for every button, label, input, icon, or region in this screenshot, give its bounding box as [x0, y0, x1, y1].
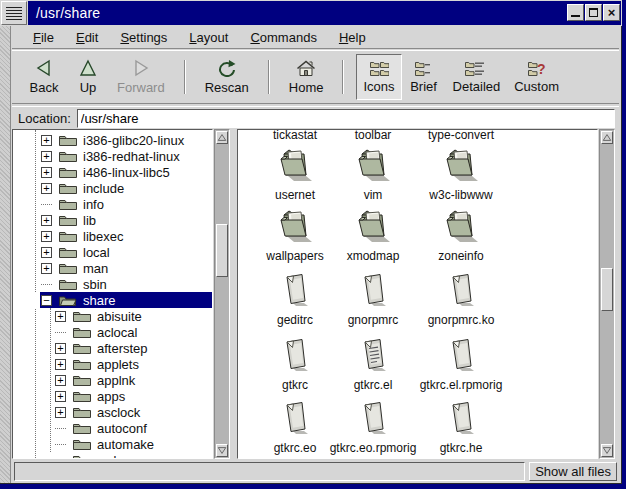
file-panel-scrollbar[interactable] [599, 129, 615, 459]
tree-item-selected[interactable]: share [13, 292, 212, 308]
document-icon [445, 400, 477, 436]
window-left-border[interactable] [0, 26, 11, 483]
scroll-up-icon[interactable] [601, 131, 613, 144]
file-icon-panel[interactable]: tickastat toolbar type-convert usernet v… [237, 129, 598, 459]
tree-branch-line [41, 284, 52, 285]
tree-item[interactable]: i486-linux-libc5 [13, 164, 212, 180]
tree-item-label: local [83, 245, 110, 260]
file-label: tickastat [273, 129, 317, 142]
folder-icon [72, 421, 92, 435]
tree-item-label: man [83, 261, 108, 276]
tree-item-label: include [83, 181, 124, 196]
document-icon [357, 400, 389, 436]
tree-item[interactable]: afterstep [13, 340, 212, 356]
location-input[interactable] [77, 109, 615, 128]
folder-icon [441, 147, 481, 183]
detailed-view-button[interactable]: Detailed [446, 54, 508, 100]
tree-branch-line [55, 444, 66, 445]
rescan-label: Rescan [205, 80, 249, 95]
file-item[interactable]: gnorpmrc.ko [406, 272, 516, 328]
menu-commands[interactable]: Commands [241, 27, 325, 48]
tree-scrollbar-thumb[interactable] [216, 224, 228, 277]
maximize-button[interactable] [585, 4, 602, 21]
file-item[interactable]: type-convert [406, 129, 516, 143]
tree-item[interactable]: lib [13, 212, 212, 228]
brief-view-button[interactable]: Brief [402, 54, 446, 100]
tree-item[interactable]: awk [13, 452, 212, 459]
up-button[interactable]: Up [66, 54, 110, 100]
tree-item-label: asclock [97, 405, 140, 420]
rescan-button[interactable]: Rescan [198, 54, 256, 100]
window-menu-button[interactable] [1, 1, 27, 25]
menu-file[interactable]: File [24, 27, 63, 48]
tree-item[interactable]: i386-glibc20-linux [13, 132, 212, 148]
icons-view-button[interactable]: Icons [356, 54, 401, 100]
scroll-up-icon[interactable] [216, 131, 228, 144]
forward-button[interactable]: Forward [110, 54, 172, 100]
scroll-down-icon[interactable] [216, 444, 228, 457]
custom-view-button[interactable]: ? Custom [507, 54, 566, 100]
tree-item[interactable]: abisuite [13, 308, 212, 324]
titlebar-background: /usr/share [28, 1, 621, 25]
file-item[interactable]: zoneinfo [406, 208, 516, 264]
directory-tree-panel[interactable]: i386-glibc20-linux i386-redhat-linux i48… [12, 129, 213, 459]
tree-item-label: share [83, 293, 116, 308]
expander-icon[interactable] [55, 407, 66, 418]
file-item[interactable]: w3c-libwww [406, 147, 516, 203]
back-button[interactable]: Back [22, 54, 66, 100]
document-icon [279, 337, 311, 373]
folder-icon [58, 197, 78, 211]
tree-item[interactable]: aclocal [13, 324, 212, 340]
maximize-icon [589, 8, 598, 17]
home-button[interactable]: Home [282, 54, 331, 100]
expander-icon[interactable] [55, 391, 66, 402]
menu-layout[interactable]: Layout [180, 27, 237, 48]
file-item[interactable]: gtkrc.el.rpmorig [406, 337, 516, 393]
close-button[interactable]: × [603, 4, 620, 21]
menu-settings[interactable]: Settings [111, 27, 176, 48]
menu-edit[interactable]: Edit [67, 27, 107, 48]
file-label: usernet [275, 188, 315, 202]
folder-icon [72, 309, 92, 323]
expander-icon[interactable] [55, 359, 66, 370]
tree-item[interactable]: man [13, 260, 212, 276]
minimize-button[interactable] [567, 4, 584, 21]
tree-item[interactable]: info [13, 196, 212, 212]
tree-item[interactable]: local [13, 244, 212, 260]
tree-item[interactable]: libexec [13, 228, 212, 244]
expander-icon[interactable] [41, 247, 52, 258]
expander-icon[interactable] [41, 167, 52, 178]
tree-item[interactable]: include [13, 180, 212, 196]
expander-icon[interactable] [41, 263, 52, 274]
expander-icon[interactable] [41, 135, 52, 146]
menu-help[interactable]: Help [330, 27, 375, 48]
expander-icon[interactable] [55, 311, 66, 322]
expander-icon[interactable] [41, 215, 52, 226]
pane-splitter[interactable] [230, 129, 237, 459]
file-panel-scrollbar-thumb[interactable] [601, 268, 613, 311]
expander-icon[interactable] [41, 151, 52, 162]
expander-icon[interactable] [41, 231, 52, 242]
file-label: vim [364, 188, 383, 202]
file-item[interactable]: gtkrc.he [406, 400, 516, 456]
tree-item[interactable]: apps [13, 388, 212, 404]
expander-icon[interactable] [41, 183, 52, 194]
folder-icon [72, 325, 92, 339]
tree-item[interactable]: automake [13, 436, 212, 452]
tree-scrollbar[interactable] [214, 129, 230, 459]
collapse-icon[interactable] [41, 295, 52, 306]
tree-item[interactable]: autoconf [13, 420, 212, 436]
titlebar[interactable]: /usr/share × [0, 0, 622, 26]
tree-item[interactable]: applets [13, 356, 212, 372]
tree-item[interactable]: asclock [13, 404, 212, 420]
tree-item[interactable]: sbin [13, 276, 212, 292]
tree-item[interactable]: i386-redhat-linux [13, 148, 212, 164]
expander-icon[interactable] [55, 343, 66, 354]
tree-item[interactable]: applnk [13, 372, 212, 388]
toolbar: Back Up Forward Rescan Home Icons Brief [12, 50, 619, 104]
scroll-down-icon[interactable] [601, 444, 613, 457]
open-folder-icon [58, 293, 78, 307]
expander-icon[interactable] [55, 375, 66, 386]
show-all-files-button[interactable]: Show all files [529, 462, 617, 481]
folder-icon [58, 213, 78, 227]
